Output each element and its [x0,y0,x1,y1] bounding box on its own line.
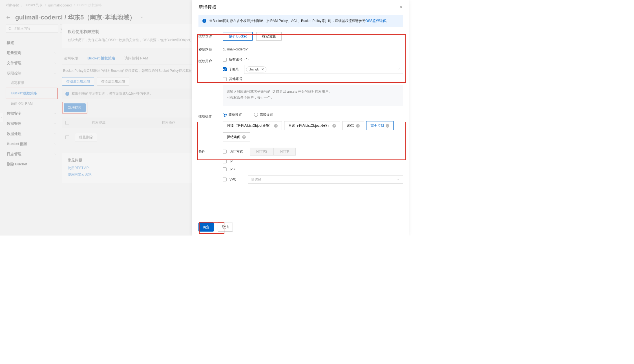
help-icon[interactable]: ? [332,124,336,128]
drawer-title: 新增授权 [198,5,217,10]
cancel-button[interactable]: 取消 [218,223,233,232]
help-icon[interactable]: ? [274,124,278,128]
label-op: 授权操作 [198,112,223,119]
vpc-select[interactable]: 请选择 [248,175,403,184]
op-readwrite[interactable]: 读/写? [343,121,364,130]
chk-vpc[interactable] [223,177,227,181]
chk-ip-ne[interactable] [223,167,227,171]
lbl-all-accounts: 所有账号（*） [229,57,251,62]
chk-ip-eq[interactable] [223,159,227,163]
info-alert: 当Bucket同时存在多个权限控制策略（如RAM Policy、ACL、Buck… [198,15,403,27]
chevron-down-icon[interactable] [397,67,401,72]
help-icon[interactable]: ? [356,124,360,128]
help-icon[interactable]: ? [242,135,246,139]
label-resource: 授权资源 [198,32,223,39]
op-full-control[interactable]: 完全控制? [366,121,394,130]
chk-other-account[interactable] [223,77,227,81]
op-readonly-nolist[interactable]: 只读（不包含ListObject操作）? [223,121,282,130]
user-tag: changlu ✕ [246,66,266,72]
op-readonly-list[interactable]: 只读（包含ListObject操作）? [284,121,340,130]
lbl-ip-eq: IP = [229,159,245,163]
op-deny[interactable]: 拒绝访问? [223,132,250,141]
resource-path-value: gulimall-codercl/* [223,46,403,51]
new-auth-drawer: 新增授权 当Bucket同时存在多个权限控制策略（如RAM Policy、ACL… [192,0,409,236]
close-icon[interactable] [399,5,403,10]
btn-https[interactable]: HTTPS [250,148,274,156]
chevron-down-icon [397,178,400,181]
lbl-other-account: 其他账号 [229,77,242,81]
remove-tag-icon[interactable]: ✕ [261,68,264,71]
chk-access-method[interactable] [223,150,227,154]
lbl-access-method: 访问方式 [229,149,245,154]
chk-all-accounts[interactable] [223,58,227,62]
auth-doc-link[interactable]: OSS鉴权详解 [365,19,386,23]
scope-specific[interactable]: 指定资源 [256,32,282,41]
scope-whole-bucket[interactable]: 整个 Bucket [223,32,253,41]
confirm-button[interactable]: 确定 [198,223,214,232]
lbl-vpc: VPC = [229,177,245,181]
btn-http[interactable]: HTTP [274,148,295,156]
radio-simple[interactable]: 简单设置 [223,113,242,117]
help-icon[interactable]: ? [386,124,389,128]
radio-advanced[interactable]: 高级设置 [254,113,273,117]
label-user: 授权用户 [198,57,223,64]
other-account-hint: 请输入对应账号或者子账号的 ID 或者以 arn:sts 开头的临时授权用户。 … [223,85,403,106]
label-condition: 条件 [198,148,223,154]
chk-sub-account[interactable] [223,67,227,71]
label-path: 资源路径 [198,46,223,52]
lbl-ip-ne: IP ≠ [229,167,245,171]
sub-account-select[interactable]: changlu ✕ [244,65,403,74]
lbl-sub-account: 子账号 [229,67,239,72]
info-icon [202,19,206,23]
